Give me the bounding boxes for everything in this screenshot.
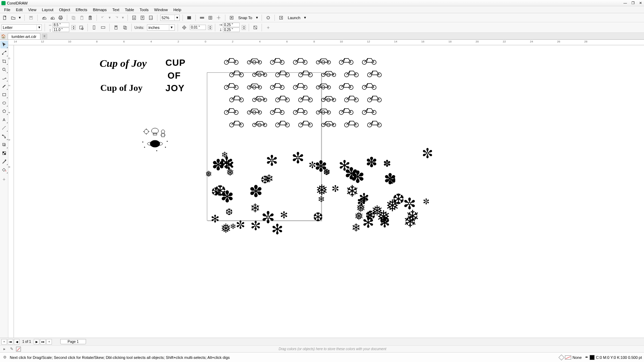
snap-to-button[interactable]: Snap To: [236, 15, 254, 20]
show-grid-button[interactable]: [207, 14, 214, 21]
show-rulers-button[interactable]: [199, 14, 205, 21]
nudge-spinner[interactable]: ▴▾: [208, 25, 212, 30]
page-preset-input[interactable]: [2, 25, 37, 30]
artistic-media-tool[interactable]: [0, 82, 8, 90]
toolbox-customize[interactable]: +: [0, 175, 8, 183]
text-tool[interactable]: A: [0, 116, 8, 124]
current-page-button[interactable]: [112, 24, 119, 31]
restore-button[interactable]: ❐: [631, 1, 635, 5]
fullscreen-preview-button[interactable]: [186, 14, 193, 21]
units-input[interactable]: [147, 25, 169, 30]
undo-dropdown[interactable]: ▾: [108, 15, 111, 20]
launch-dropdown[interactable]: ▾: [303, 15, 307, 20]
transparency-tool[interactable]: [0, 149, 8, 157]
redo-button[interactable]: [113, 14, 120, 21]
export-button[interactable]: [139, 14, 146, 21]
drawing-canvas[interactable]: Cup of Joy Cup of Joy CUP OF JOY ❄❅❆✻✼✽❄…: [14, 45, 644, 338]
units-combo[interactable]: ▾: [147, 24, 175, 31]
art-block-text-1[interactable]: CUP: [165, 57, 183, 68]
clipboard-button[interactable]: [87, 14, 94, 21]
parallel-dimension-tool[interactable]: [0, 124, 8, 132]
add-page-button[interactable]: +: [1, 339, 7, 345]
page-width-input[interactable]: [53, 23, 69, 27]
palette-no-color[interactable]: [16, 347, 21, 352]
save-button[interactable]: [28, 14, 34, 21]
import-button[interactable]: [131, 14, 138, 21]
close-button[interactable]: ✕: [638, 1, 643, 5]
document-tab[interactable]: tumbler-art.cdr: [8, 33, 40, 39]
menu-text[interactable]: Text: [109, 8, 122, 12]
rectangle-tool[interactable]: [0, 91, 8, 99]
show-guidelines-button[interactable]: [215, 14, 222, 21]
horizontal-ruler[interactable]: 14121086420246810121416182022242628: [8, 40, 644, 45]
first-page-button[interactable]: ⏮: [8, 339, 13, 345]
pick-tool[interactable]: [0, 41, 8, 48]
prev-page-button[interactable]: ◀: [14, 339, 20, 345]
portrait-button[interactable]: [91, 24, 98, 31]
crop-tool[interactable]: [0, 57, 8, 65]
menu-effects[interactable]: Effects: [73, 8, 90, 12]
polygon-tool[interactable]: [0, 108, 8, 115]
open-button[interactable]: [10, 14, 17, 21]
art-script-text[interactable]: Cup of Joy: [100, 57, 147, 69]
art-block-text-2[interactable]: OF: [165, 70, 183, 81]
undo-button[interactable]: [100, 14, 107, 21]
art-space-doodle[interactable]: [139, 125, 171, 152]
dup-y-input[interactable]: [223, 27, 240, 32]
zoom-dropdown[interactable]: ▾: [174, 15, 179, 21]
last-page-button[interactable]: ⏭: [40, 339, 46, 345]
page-height-input[interactable]: [53, 27, 69, 32]
shape-tool[interactable]: [0, 49, 8, 57]
launch-icon[interactable]: [278, 14, 285, 21]
menu-table[interactable]: Table: [122, 8, 137, 12]
zoom-level-combo[interactable]: ▾: [160, 15, 180, 21]
menu-file[interactable]: File: [1, 8, 13, 12]
vertical-ruler[interactable]: 02468: [8, 45, 14, 338]
treat-as-filled-button[interactable]: [252, 24, 259, 31]
menu-bitmaps[interactable]: Bitmaps: [90, 8, 110, 12]
landscape-button[interactable]: [100, 24, 107, 31]
cloud-upload-button[interactable]: [40, 14, 47, 21]
freehand-tool[interactable]: [0, 74, 8, 82]
open-dropdown[interactable]: ▾: [18, 15, 22, 20]
minimize-button[interactable]: —: [623, 1, 627, 5]
menu-layout[interactable]: Layout: [39, 8, 56, 12]
connector-tool[interactable]: [0, 133, 8, 140]
all-pages-button[interactable]: [122, 24, 129, 31]
outline-indicator[interactable]: ✒ C:0 M:0 Y:0 K:100 0.500 pt: [585, 355, 642, 360]
menu-tools[interactable]: Tools: [137, 8, 152, 12]
menu-object[interactable]: Object: [56, 8, 73, 12]
art-serif-text[interactable]: Cup of Joy: [100, 83, 142, 93]
new-document-button[interactable]: [1, 14, 8, 21]
eyedropper-tool[interactable]: [0, 158, 8, 165]
nudge-input[interactable]: [190, 25, 206, 30]
art-block-text-3[interactable]: JOY: [165, 83, 183, 94]
menu-help[interactable]: Help: [171, 8, 184, 12]
art-bicycles[interactable]: [223, 56, 390, 132]
cloud-download-button[interactable]: [49, 14, 56, 21]
add-page-after-button[interactable]: +: [46, 339, 52, 345]
pdf-button[interactable]: PDF: [147, 14, 154, 21]
status-settings-icon[interactable]: ⚙: [2, 355, 8, 360]
copy-button[interactable]: [70, 14, 77, 21]
zoom-level-input[interactable]: [161, 16, 174, 20]
quick-customize-button[interactable]: +: [265, 24, 272, 31]
print-button[interactable]: [57, 14, 64, 21]
art-snowflakes[interactable]: ❄❅❆✻✼✽❄❅❆✻✼✽❄❅❆✻✼✽❄❅❆✻✼✽❄❅❆✻✼✽❄❅❆✻✼✽❄❅❆✻…: [202, 146, 439, 237]
add-document-button[interactable]: +: [42, 33, 47, 39]
launch-button[interactable]: Launch: [286, 15, 302, 20]
palette-flyout-button[interactable]: ▸: [2, 347, 7, 352]
menu-view[interactable]: View: [25, 8, 39, 12]
snap-off-button[interactable]: [228, 14, 235, 21]
menu-window[interactable]: Window: [152, 8, 171, 12]
page-preset-dropdown[interactable]: ▾: [37, 25, 41, 30]
fill-indicator[interactable]: None: [559, 355, 582, 360]
dup-x-input[interactable]: [223, 23, 240, 27]
home-tab-button[interactable]: 🏠: [1, 33, 6, 39]
page-tab[interactable]: Page 1: [60, 339, 86, 344]
ellipse-tool[interactable]: [0, 99, 8, 107]
zoom-tool[interactable]: [0, 66, 8, 73]
page-preset-combo[interactable]: ▾: [1, 24, 42, 31]
dup-spinner[interactable]: ▴▾: [242, 25, 246, 30]
options-button[interactable]: [265, 14, 272, 21]
